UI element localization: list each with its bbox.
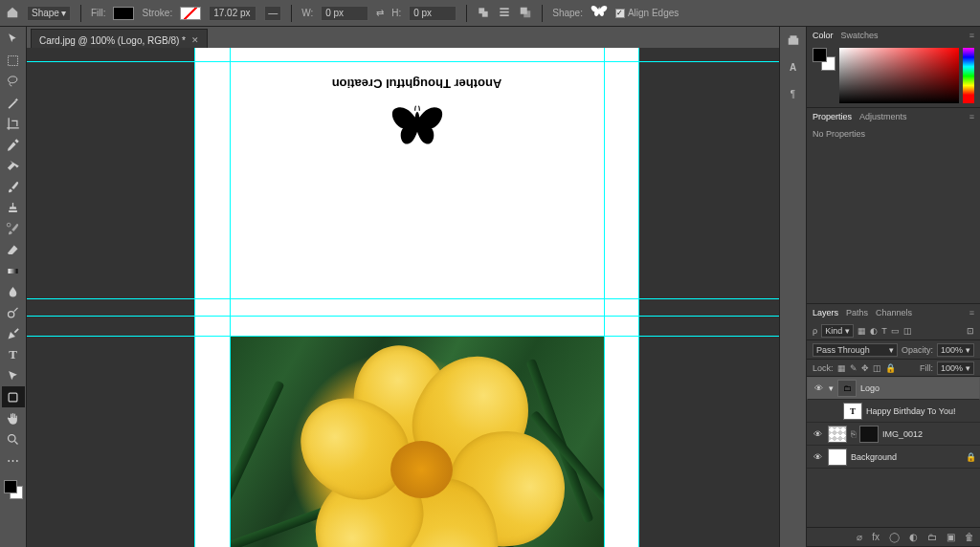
link-wh-icon[interactable]: ⇄	[376, 8, 384, 18]
shape-butterfly-icon[interactable]	[590, 5, 608, 21]
brush-tool[interactable]	[2, 176, 25, 197]
marquee-tool[interactable]	[2, 50, 25, 71]
height-input[interactable]: 0 px	[409, 6, 457, 21]
layer-row[interactable]: 👁 Background 🔒	[807, 446, 980, 469]
properties-panel-tabs: Properties Adjustments ≡	[807, 108, 980, 125]
blend-mode-select[interactable]: Pass Through▾	[813, 343, 898, 357]
paragraph-panel-icon[interactable]: ¶	[784, 84, 803, 103]
lock-trans-icon[interactable]: ▦	[837, 363, 846, 373]
tab-paths[interactable]: Paths	[846, 308, 868, 317]
stroke-style-select[interactable]: —	[264, 6, 281, 21]
eyedropper-tool[interactable]	[2, 134, 25, 155]
hand-tool[interactable]	[2, 407, 25, 428]
adjustment-icon[interactable]: ◐	[909, 532, 918, 542]
edit-toolbar[interactable]: ⋯	[2, 449, 25, 470]
dodge-tool[interactable]	[2, 302, 25, 323]
tab-swatches[interactable]: Swatches	[841, 31, 879, 40]
new-layer-icon[interactable]: ▣	[947, 532, 955, 542]
lock-pixel-icon[interactable]: ✎	[850, 363, 858, 373]
butterfly-icon	[389, 105, 446, 157]
fx-icon[interactable]: fx	[872, 532, 880, 542]
color-fgbg[interactable]	[813, 48, 835, 71]
document-tab[interactable]: Card.jpg @ 100% (Logo, RGB/8) * ✕	[31, 29, 208, 48]
move-tool[interactable]	[2, 29, 25, 50]
shape-tool[interactable]	[2, 386, 25, 407]
filter-adj-icon[interactable]: ◐	[870, 326, 878, 336]
filter-img-icon[interactable]: ▦	[858, 326, 866, 336]
lock-all-icon[interactable]: 🔒	[885, 363, 896, 373]
layers-panel-menu-icon[interactable]: ≡	[969, 308, 974, 317]
visibility-icon[interactable]: 👁	[811, 429, 824, 439]
stroke-width-input[interactable]: 17.02 px	[209, 6, 256, 21]
flower-image	[230, 336, 604, 547]
artboard: Another Thoughtful Creation	[194, 48, 639, 547]
wand-tool[interactable]	[2, 92, 25, 113]
gradient-tool[interactable]	[2, 260, 25, 281]
visibility-icon[interactable]: 👁	[812, 383, 825, 393]
layers-footer: ⌀ fx ◯ ◐ 🗀 ▣ 🗑	[807, 527, 980, 546]
layer-row[interactable]: 👁 ▾ 🗀 Logo	[807, 377, 980, 400]
layers-panel-tabs: Layers Paths Channels ≡	[807, 304, 980, 321]
canvas[interactable]: Another Thoughtful Creation	[27, 48, 779, 547]
properties-panel-menu-icon[interactable]: ≡	[969, 112, 974, 121]
filter-smart-icon[interactable]: ◫	[903, 326, 912, 336]
tool-mode-select[interactable]: Shape ▾	[27, 6, 71, 21]
layer-name: Background	[851, 452, 897, 462]
eraser-tool[interactable]	[2, 239, 25, 260]
tab-channels[interactable]: Channels	[876, 308, 912, 317]
color-hue-column[interactable]	[963, 48, 974, 103]
layers-lock-row: Lock: ▦ ✎ ✥ ◫ 🔒 Fill: 100%▾	[807, 360, 980, 377]
close-tab-icon[interactable]: ✕	[191, 35, 199, 45]
tab-layers[interactable]: Layers	[813, 308, 838, 317]
character-panel-icon[interactable]: A	[784, 57, 803, 77]
tab-adjustments[interactable]: Adjustments	[859, 112, 907, 121]
layers-filter-row: ρ Kind▾ ▦ ◐ T ▭ ◫ ⊡	[807, 321, 980, 340]
filter-text-icon[interactable]: T	[881, 326, 887, 336]
svg-point-7	[9, 311, 14, 317]
path-select-tool[interactable]	[2, 365, 25, 386]
home-icon[interactable]	[6, 6, 19, 21]
pen-tool[interactable]	[2, 323, 25, 344]
mask-icon[interactable]: ◯	[889, 532, 900, 542]
visibility-icon[interactable]: 👁	[811, 452, 824, 462]
filter-toggle[interactable]: ⊡	[967, 326, 974, 336]
crop-tool[interactable]	[2, 113, 25, 134]
stroke-swatch[interactable]	[180, 7, 201, 20]
stamp-tool[interactable]	[2, 197, 25, 218]
tab-color[interactable]: Color	[813, 31, 834, 40]
color-spectrum[interactable]	[839, 48, 959, 103]
delete-layer-icon[interactable]: 🗑	[965, 532, 974, 542]
text-tool[interactable]: T	[2, 344, 25, 365]
color-panel-menu-icon[interactable]: ≡	[969, 31, 974, 40]
foreground-background-colors[interactable]	[2, 478, 25, 501]
align-edges-checkbox[interactable]: ✓ Align Edges	[615, 8, 679, 18]
fill-opacity-input[interactable]: 100%▾	[937, 361, 974, 375]
path-arrange-icon[interactable]	[519, 6, 532, 21]
zoom-tool[interactable]	[2, 428, 25, 449]
lock-pos-icon[interactable]: ✥	[861, 363, 869, 373]
width-input[interactable]: 0 px	[321, 6, 368, 21]
fill-swatch[interactable]	[113, 7, 134, 20]
no-properties-label: No Properties	[813, 129, 865, 139]
layers-list: 👁 ▾ 🗀 Logo T Happy Birthday To You! 👁 ⎘	[807, 377, 980, 527]
heal-tool[interactable]	[2, 155, 25, 176]
svg-rect-3	[523, 11, 530, 17]
lock-icon: 🔒	[966, 452, 976, 462]
path-align-icon[interactable]	[498, 6, 511, 21]
link-layers-icon[interactable]: ⌀	[857, 532, 862, 542]
history-panel-icon[interactable]	[784, 31, 803, 50]
mask-thumb	[828, 426, 847, 443]
path-combine-icon[interactable]	[477, 6, 490, 21]
layer-row[interactable]: T Happy Birthday To You!	[807, 400, 980, 423]
layer-row[interactable]: 👁 ⎘ IMG_0012	[807, 423, 980, 446]
opacity-input[interactable]: 100%▾	[937, 343, 974, 357]
lock-nest-icon[interactable]: ◫	[873, 363, 881, 373]
lasso-tool[interactable]	[2, 71, 25, 92]
group-icon[interactable]: 🗀	[927, 532, 937, 542]
filter-kind-select[interactable]: Kind▾	[821, 324, 854, 338]
layer-thumb	[859, 426, 879, 443]
history-brush-tool[interactable]	[2, 218, 25, 239]
tab-properties[interactable]: Properties	[813, 112, 852, 121]
blur-tool[interactable]	[2, 281, 25, 302]
filter-shape-icon[interactable]: ▭	[891, 326, 900, 336]
